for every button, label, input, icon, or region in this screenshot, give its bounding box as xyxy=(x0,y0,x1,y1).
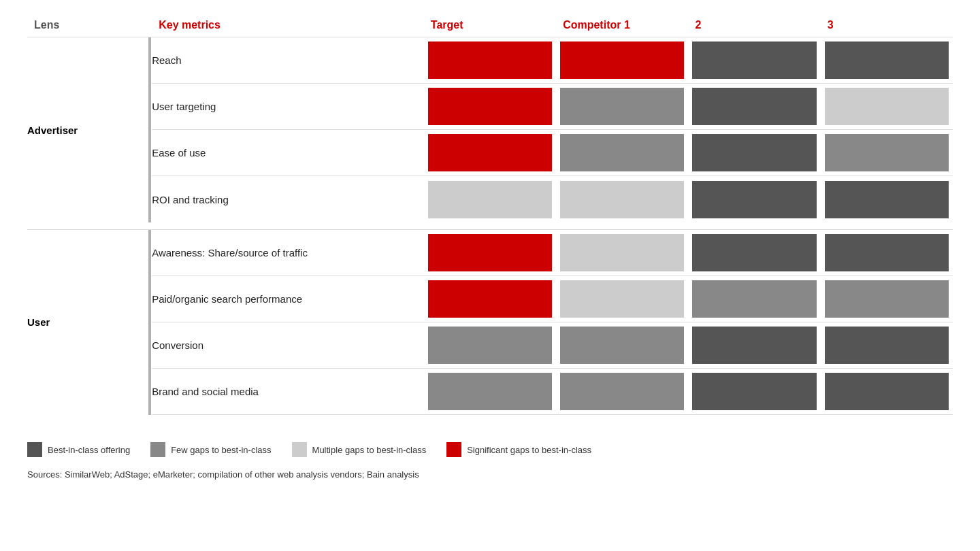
color-cell-target xyxy=(424,229,556,276)
table-row: Brand and social media xyxy=(27,368,953,414)
color-cell-comp1 xyxy=(556,84,688,130)
color-cell-target xyxy=(424,176,556,222)
color-cell-comp3 xyxy=(821,276,953,322)
legend-item: Best-in-class offering xyxy=(27,442,130,457)
color-cell-comp1 xyxy=(556,322,688,368)
color-cell-comp2 xyxy=(688,229,820,276)
header-key-metrics: Key metrics xyxy=(152,14,424,37)
metric-label: Paid/organic search performance xyxy=(152,276,424,322)
table-row: ROI and tracking xyxy=(27,176,953,222)
table-row: Ease of use xyxy=(27,130,953,176)
color-cell-target xyxy=(424,368,556,414)
color-cell-comp3 xyxy=(821,130,953,176)
color-cell-comp3 xyxy=(821,37,953,84)
color-cell-comp3 xyxy=(821,229,953,276)
header-target: Target xyxy=(424,14,556,37)
color-cell-comp3 xyxy=(821,176,953,222)
metric-label: Brand and social media xyxy=(152,368,424,414)
color-cell-comp1 xyxy=(556,276,688,322)
color-cell-target xyxy=(424,130,556,176)
lens-label-advertiser: Advertiser xyxy=(27,37,148,223)
color-cell-comp2 xyxy=(688,130,820,176)
color-cell-comp2 xyxy=(688,368,820,414)
color-cell-target xyxy=(424,276,556,322)
table-row: User targeting xyxy=(27,84,953,130)
color-cell-comp1 xyxy=(556,176,688,222)
header-competitor3: 3 xyxy=(821,14,953,37)
legend-label: Best-in-class offering xyxy=(48,445,130,455)
metric-label: Reach xyxy=(152,37,424,84)
color-cell-target xyxy=(424,84,556,130)
metric-label: Awareness: Share/source of traffic xyxy=(152,229,424,276)
color-cell-comp1 xyxy=(556,368,688,414)
legend-item: Significant gaps to best-in-class xyxy=(446,442,591,457)
sources-text: Sources: SimilarWeb; AdStage; eMarketer;… xyxy=(27,469,953,480)
color-cell-comp1 xyxy=(556,229,688,276)
color-cell-target xyxy=(424,322,556,368)
color-cell-comp3 xyxy=(821,84,953,130)
lens-label-user: User xyxy=(27,229,148,415)
color-cell-target xyxy=(424,37,556,84)
legend-item: Few gaps to best-in-class xyxy=(150,442,271,457)
color-cell-comp1 xyxy=(556,130,688,176)
comparison-table: Lens Key metrics Target Competitor 1 2 3… xyxy=(27,14,953,415)
color-cell-comp1 xyxy=(556,37,688,84)
color-cell-comp2 xyxy=(688,322,820,368)
group-spacer xyxy=(27,222,953,229)
legend-label: Significant gaps to best-in-class xyxy=(467,445,591,455)
legend-swatch xyxy=(292,442,307,457)
color-cell-comp2 xyxy=(688,176,820,222)
table-row: AdvertiserReach xyxy=(27,37,953,84)
legend-item: Multiple gaps to best-in-class xyxy=(292,442,427,457)
header-competitor2: 2 xyxy=(688,14,820,37)
metric-label: Ease of use xyxy=(152,130,424,176)
legend-swatch xyxy=(446,442,461,457)
legend-label: Few gaps to best-in-class xyxy=(171,445,271,455)
legend: Best-in-class offeringFew gaps to best-i… xyxy=(27,435,953,457)
table-row: UserAwareness: Share/source of traffic xyxy=(27,229,953,276)
header-lens: Lens xyxy=(27,14,148,37)
color-cell-comp2 xyxy=(688,84,820,130)
table-row: Conversion xyxy=(27,322,953,368)
table-row: Paid/organic search performance xyxy=(27,276,953,322)
metric-label: User targeting xyxy=(152,84,424,130)
legend-swatch xyxy=(27,442,42,457)
color-cell-comp2 xyxy=(688,276,820,322)
metric-label: ROI and tracking xyxy=(152,176,424,222)
color-cell-comp2 xyxy=(688,37,820,84)
metric-label: Conversion xyxy=(152,322,424,368)
legend-label: Multiple gaps to best-in-class xyxy=(312,445,427,455)
color-cell-comp3 xyxy=(821,322,953,368)
legend-swatch xyxy=(150,442,165,457)
color-cell-comp3 xyxy=(821,368,953,414)
header-competitor1: Competitor 1 xyxy=(556,14,688,37)
